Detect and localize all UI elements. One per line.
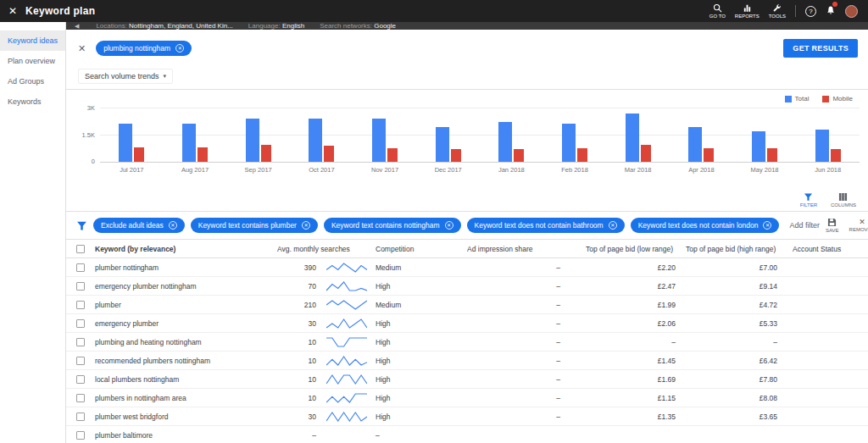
filter-button[interactable]: FILTER: [800, 192, 817, 208]
remove-filter-chip-icon[interactable]: ✕: [169, 221, 177, 230]
bar-total: [436, 127, 449, 162]
close-icon[interactable]: ✕: [0, 5, 25, 17]
ad-impression-share-cell: –: [467, 394, 586, 402]
locations-setting[interactable]: Locations: Nottingham, England, United K…: [96, 22, 232, 30]
sparkline-chart: [326, 392, 367, 404]
chart-bars: [119, 108, 144, 162]
select-all-checkbox[interactable]: [76, 245, 85, 253]
remove-query-chip-icon[interactable]: ✕: [175, 44, 184, 53]
row-checkbox[interactable]: [76, 319, 85, 328]
column-header-top-of-page-bid-high[interactable]: Top of page bid (high range): [686, 245, 787, 253]
remove-filter-chip-icon[interactable]: ✕: [445, 221, 453, 230]
sidebar-item-plan-overview[interactable]: Plan overview: [0, 51, 65, 71]
columns-button[interactable]: COLUMNS: [831, 192, 856, 208]
table-row-plumbers-in-nottingham-area[interactable]: plumbers in nottingham area10High–£1.15£…: [66, 389, 868, 407]
row-checkbox[interactable]: [76, 301, 85, 309]
remove-filter-chip-icon[interactable]: ✕: [302, 221, 310, 230]
reports-button[interactable]: REPORTS: [735, 3, 760, 19]
save-button[interactable]: SAVE: [826, 218, 839, 233]
table-row-emergency-plumber[interactable]: emergency plumber30High–£2.06£5.33: [66, 314, 868, 333]
add-filter-button[interactable]: Add filter: [789, 221, 820, 230]
sparkline-cell: [320, 318, 372, 329]
locations-label: Locations:: [96, 22, 126, 30]
competition-cell: High: [372, 282, 467, 291]
sidebar-item-keywords[interactable]: Keywords: [0, 91, 65, 112]
chart-group-aug-2017: Aug 2017: [164, 108, 227, 174]
top-of-page-bid-high-cell: £8.08: [686, 394, 787, 402]
column-header-competition[interactable]: Competition: [372, 245, 467, 253]
trends-dropdown-label: Search volume trends: [85, 72, 159, 80]
row-checkbox[interactable]: [76, 375, 85, 384]
networks-setting[interactable]: Search networks: Google: [320, 22, 396, 30]
row-checkbox[interactable]: [76, 263, 85, 272]
chart-x-label: Aug 2017: [181, 166, 209, 174]
filter-chip-keyword-text-does-not-contain-bathroom[interactable]: Keyword text does not contain bathroom✕: [467, 218, 625, 233]
row-checkbox[interactable]: [76, 282, 85, 291]
chart-x-label: Sep 2017: [245, 166, 272, 174]
toolbar-divider: [795, 5, 796, 17]
ad-impression-share-cell: –: [467, 319, 586, 328]
chart-group-dec-2017: Dec 2017: [416, 108, 480, 174]
column-header-ad-impression-share[interactable]: Ad impression share: [467, 245, 586, 253]
filter-chip-keyword-text-contains-plumber[interactable]: Keyword text contains plumber✕: [191, 218, 318, 233]
filter-chip-keyword-text-does-not-contain-london[interactable]: Keyword text does not contain london✕: [631, 218, 780, 233]
filter-chip-label: Keyword text contains plumber: [198, 221, 297, 230]
chart-x-label: Apr 2018: [688, 166, 714, 174]
remove-button[interactable]: ✕ REMOVE...: [849, 218, 868, 233]
table-row-plumber-nottingham[interactable]: plumber nottingham390Medium–£2.20£7.00: [66, 258, 868, 277]
row-checkbox-cell: [66, 319, 95, 328]
table-header-row: Keyword (by relevance) Avg. monthly sear…: [66, 239, 868, 258]
language-setting[interactable]: Language: English: [248, 22, 304, 30]
row-checkbox[interactable]: [76, 357, 85, 365]
column-header-keyword[interactable]: Keyword (by relevance): [95, 245, 277, 253]
filter-chip-exclude-adult-ideas[interactable]: Exclude adult ideas✕: [93, 218, 185, 233]
avatar[interactable]: [845, 5, 858, 18]
chart-group-sep-2017: Sep 2017: [226, 108, 290, 174]
keyword-cell: plumber west bridgford: [95, 413, 277, 421]
top-of-page-bid-low-cell: £1.35: [586, 413, 686, 421]
table-row-plumber-baltimore[interactable]: plumber baltimore––: [66, 426, 868, 443]
table-row-plumber[interactable]: plumber210Medium–£1.99£4.72: [66, 296, 868, 314]
chart-x-label: Nov 2017: [371, 166, 398, 174]
row-checkbox-cell: [66, 413, 95, 421]
chart-bars: [562, 108, 587, 162]
table-row-local-plumbers-nottingham[interactable]: local plumbers nottingham10High–£1.69£7.…: [66, 370, 868, 389]
chart-group-may-2018: May 2018: [733, 108, 797, 174]
table-row-recommended-plumbers-nottingham[interactable]: recommended plumbers nottingham10High–£1…: [66, 352, 868, 370]
notifications-button[interactable]: [826, 3, 836, 19]
query-chip[interactable]: plumbing nottingham ✕: [96, 41, 192, 56]
column-header-top-of-page-bid-low[interactable]: Top of page bid (low range): [586, 245, 686, 253]
row-checkbox[interactable]: [76, 431, 85, 440]
row-checkbox[interactable]: [76, 394, 85, 402]
filter-chip-keyword-text-contains-nottingham[interactable]: Keyword text contains nottingham✕: [324, 218, 461, 233]
filter-button-label: FILTER: [800, 202, 817, 208]
collapse-panel-icon[interactable]: ◀: [75, 23, 79, 30]
column-header-avg-monthly-searches[interactable]: Avg. monthly searches: [277, 245, 372, 253]
y-axis-tick-0: 0: [73, 158, 95, 165]
table-row-plumber-west-bridgford[interactable]: plumber west bridgford30High–£1.35£3.65: [66, 407, 868, 426]
bar-mobile: [577, 148, 587, 162]
trends-dropdown[interactable]: Search volume trends ▾: [78, 69, 173, 84]
bar-mobile: [767, 148, 777, 162]
ad-impression-share-cell: –: [467, 375, 586, 384]
row-checkbox[interactable]: [76, 413, 85, 421]
app-bar: ✕ Keyword plan GO TO REPORTS TOOLS ?: [0, 0, 868, 22]
tools-button[interactable]: TOOLS: [769, 3, 786, 19]
get-results-button[interactable]: GET RESULTS: [783, 39, 858, 58]
column-header-account-status[interactable]: Account Status: [787, 245, 868, 253]
sidebar-item-ad-groups[interactable]: Ad Groups: [0, 71, 65, 91]
sparkline-cell: [320, 299, 372, 311]
sidebar-item-keyword-ideas[interactable]: Keyword ideas: [0, 30, 65, 51]
remove-filter-chip-icon[interactable]: ✕: [763, 221, 771, 230]
table-row-plumbing-and-heating-nottingham[interactable]: plumbing and heating nottingham10High–––: [66, 333, 868, 352]
goto-search-button[interactable]: GO TO: [709, 3, 726, 19]
filter-chip-label: Keyword text does not contain bathroom: [475, 221, 604, 230]
clear-query-icon[interactable]: ✕: [78, 43, 86, 54]
sidebar-nav: Keyword ideasPlan overviewAd GroupsKeywo…: [0, 30, 65, 112]
bar-total: [815, 130, 829, 162]
remove-filter-chip-icon[interactable]: ✕: [609, 221, 617, 230]
avg-monthly-searches-cell: 390: [277, 263, 320, 272]
table-row-emergency-plumber-nottingham[interactable]: emergency plumber nottingham70High–£2.47…: [66, 277, 868, 296]
help-icon[interactable]: ?: [805, 6, 816, 17]
row-checkbox[interactable]: [76, 338, 85, 346]
